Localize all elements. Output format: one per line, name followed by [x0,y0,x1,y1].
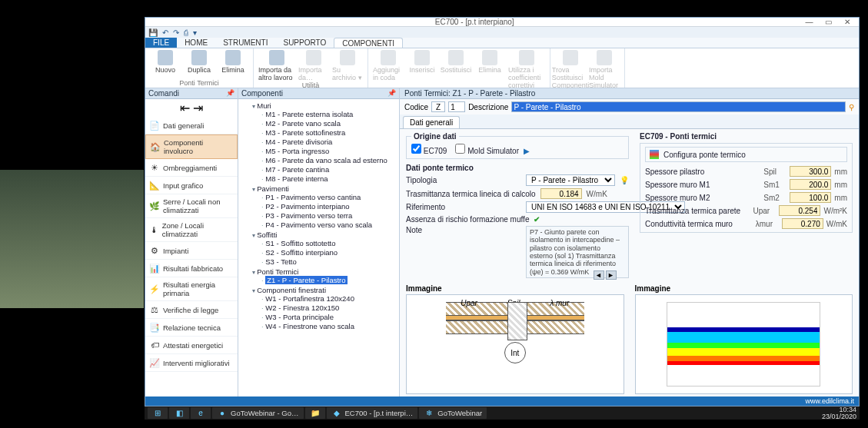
cmd-componenti-involucro[interactable]: 🏠Componenti involucro [145,134,238,159]
tree-group[interactable]: SoffittiS1 - Soffitto sottotettoS2 - Sof… [252,230,397,267]
param-input[interactable] [782,218,823,229]
prev-image-button[interactable]: ◄ [594,270,604,280]
ribbon-copy-button[interactable]: Duplica [184,50,215,74]
menu-supporto[interactable]: SUPPORTO [275,38,334,48]
tree-item[interactable]: M7 - Parete cantina [261,165,397,174]
components-tree[interactable]: MuriM1 - Parete esterna isolataM2 - Pare… [238,99,399,396]
menu-down-icon[interactable]: ▾ [193,28,197,37]
cmd-dati-generali[interactable]: 📄Dati generali [145,117,238,134]
tree-group[interactable]: MuriM1 - Parete esterna isolataM2 - Pare… [252,101,397,184]
taskbar-item[interactable]: ●GoToWebinar - Go… [212,407,304,419]
link-icon[interactable]: ⚲ [849,103,854,111]
ribbon-plus-button[interactable]: Nuovo [150,50,181,74]
print-icon[interactable]: ⎙ [184,28,188,37]
tree-item[interactable]: S2 - Soffitto interpiano [261,248,397,257]
tree-item[interactable]: S3 - Tetto [261,257,397,267]
window-title: EC700 - [p.t interpiano] [148,18,800,26]
cmd-attestati-energetici[interactable]: 🏷Attestati energetici [145,337,238,354]
tree-item[interactable]: S1 - Soffitto sottotetto [261,239,397,248]
commands-panel: Comandi📌 ⇤ ⇥ 📄Dati generali🏠Componenti i… [145,88,238,396]
tab-dati-generali[interactable]: Dati generali [403,116,460,128]
tree-item[interactable]: W4 - Finestrone vano scala [261,322,397,331]
cmd-risultati-energia-primaria[interactable]: ⚡Risultati energia primaria [145,277,238,301]
cmd-verifiche-di-legge[interactable]: ⚖Verifiche di legge [145,301,238,319]
descrizione-input[interactable] [511,101,846,112]
cmd-input-grafico[interactable]: 📐Input grafico [145,177,238,194]
tree-item[interactable]: W2 - Finestra 120x150 [261,304,397,313]
tree-group[interactable]: PavimentiP1 - Pavimento verso cantinaP2 … [252,184,397,230]
tree-item[interactable]: M4 - Parete divisoria [261,138,397,147]
play-icon[interactable]: ▶ [524,147,530,155]
taskbar-clock[interactable]: 10:3423/01/2020 [822,406,856,420]
param-input[interactable] [790,179,831,190]
tree-item[interactable]: M8 - Parete interna [261,174,397,184]
mold-checkbox[interactable]: Mold Simulator [455,147,518,155]
taskbar-icon: ◧ [174,408,185,419]
tree-group[interactable]: Componenti finestratiW1 - Portafinestra … [252,285,397,331]
taskbar-icon: 📁 [310,408,321,419]
numero-input[interactable] [448,101,465,112]
tree-item[interactable]: W1 - Portafinestra 120x240 [261,294,397,304]
ribbon-import-button[interactable]: Importa da altro lavoro [258,50,295,81]
detail-header: Ponti Termici: Z1 - P - Parete - Pilastr… [400,88,859,99]
cmd-relazione-tecnica[interactable]: 📑Relazione tecnica [145,319,238,337]
taskbar-item[interactable]: ⊞ [148,407,168,419]
ec709-params: Configura ponte termicoSpessore pilastro… [640,143,853,233]
cmd-interventi-migliorativi[interactable]: 📈Interventi migliorativi [145,354,238,372]
tree-item[interactable]: M1 - Parete esterna isolata [261,110,397,119]
tree-item[interactable]: P2 - Pavimento interpiano [261,202,397,211]
menu-bar: FILE HOME STRUMENTI SUPPORTO COMPONENTI [145,38,859,48]
cmd-risultati-fabbricato[interactable]: 📊Risultati fabbricato [145,260,238,277]
trasmittanza-input[interactable] [540,188,582,199]
taskbar-item[interactable]: 📁 [305,407,325,419]
menu-strumenti[interactable]: STRUMENTI [215,38,275,48]
configura-button[interactable]: Configura ponte termico [645,147,847,162]
next-image-button[interactable]: ► [606,270,617,280]
tree-item[interactable]: P1 - Pavimento verso cantina [261,193,397,202]
codice-input[interactable] [431,101,445,112]
param-input[interactable] [790,192,831,203]
ec709-checkbox[interactable]: EC709 [411,147,447,155]
tree-item[interactable]: M6 - Parete da vano scala ad esterno [261,156,397,165]
taskbar-item[interactable]: ❄GoToWebinar [419,407,487,419]
pin-icon[interactable]: 📌 [387,89,396,98]
tree-item[interactable]: P4 - Pavimento verso vano scala [261,221,397,230]
cmd-serre-locali-non-climatizzati[interactable]: 🌿Serre / Locali non climatizzati [145,194,238,218]
param-row: Conduttività termica muroλmurW/mK [645,218,847,229]
taskbar-icon: ● [217,408,228,419]
param-input[interactable] [779,205,820,216]
taskbar-item[interactable]: e [191,407,211,419]
ribbon-delete-button[interactable]: Elimina [218,50,248,74]
tree-item[interactable]: M3 - Parete sottofinestra [261,128,397,138]
menu-home[interactable]: HOME [177,38,215,48]
collapse-handle[interactable]: ⇤ ⇥ [145,99,238,117]
taskbar-item[interactable]: ◧ [169,407,189,419]
cmd-icon: 📈 [149,357,160,368]
cmd-impianti[interactable]: ⚙Impianti [145,242,238,260]
menu-file[interactable]: FILE [145,38,177,48]
pin-icon[interactable]: 📌 [226,89,234,98]
param-input[interactable] [790,166,831,177]
taskbar-icon: ◆ [331,408,342,419]
menu-componenti[interactable]: COMPONENTI [334,38,403,48]
tree-item-selected[interactable]: Z1 - P - Parete - Pilastro [265,276,347,284]
undo-icon[interactable]: ↶ [162,28,168,37]
origine-dati-fieldset: Origine dati EC709 Mold Simulator ▶ [406,132,629,159]
hint-icon[interactable]: 💡 [620,176,629,184]
tipologia-select[interactable]: P - Parete - Pilastro [526,174,615,186]
cmd-zone-locali-climatizzati[interactable]: 🌡Zone / Locali climatizzati [145,218,238,242]
check-icon: ✔ [534,215,540,224]
taskbar-item[interactable]: ◆EC700 - [p.t interpi… [327,407,418,419]
close-button[interactable]: ✕ [839,18,856,26]
save-icon[interactable]: 💾 [148,28,158,37]
presenter-webcam [0,170,144,308]
tree-group[interactable]: Ponti TermiciZ1 - P - Parete - Pilastro [252,267,397,285]
cmd-ombreggiamenti[interactable]: ☀Ombreggiamenti [145,159,238,177]
minimize-button[interactable]: — [800,18,817,26]
redo-icon[interactable]: ↷ [173,28,179,37]
tree-item[interactable]: P3 - Pavimento verso terra [261,211,397,221]
maximize-button[interactable]: ▭ [820,18,836,26]
tree-item[interactable]: W3 - Porta principale [261,313,397,322]
tree-item[interactable]: M5 - Porta ingresso [261,147,397,156]
tree-item[interactable]: M2 - Parete vano scala [261,119,397,128]
